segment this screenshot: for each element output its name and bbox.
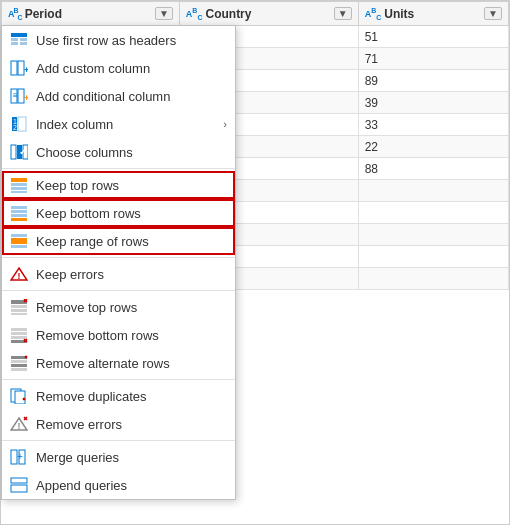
menu-item-keep-bottom-rows[interactable]: Keep bottom rows — [2, 199, 235, 227]
add-cond-col-icon: + ≡ — [10, 87, 28, 105]
main-container: ABC Period ▼ ABC Country ▼ — [0, 0, 510, 525]
svg-rect-28 — [11, 234, 27, 237]
period-dropdown-btn[interactable]: ▼ — [155, 7, 173, 20]
merge-queries-icon: + — [10, 448, 28, 466]
index-col-arrow: › — [223, 118, 227, 130]
svg-rect-62 — [11, 478, 27, 483]
keep-bottom-rows-label: Keep bottom rows — [36, 206, 141, 221]
svg-text:!: ! — [18, 271, 21, 281]
country-type-icon: ABC — [186, 7, 203, 21]
index-col-icon: 1 2 — [10, 115, 28, 133]
menu-item-keep-range-of-rows[interactable]: Keep range of rows — [2, 227, 235, 255]
svg-rect-4 — [20, 42, 27, 45]
svg-text:!: ! — [18, 421, 21, 431]
menu-item-add-conditional-column[interactable]: + ≡ Add conditional column — [2, 82, 235, 110]
svg-rect-24 — [11, 206, 27, 209]
divider-1 — [2, 168, 235, 169]
use-first-row-icon — [10, 31, 28, 49]
keep-top-rows-label: Keep top rows — [36, 178, 119, 193]
units-dropdown-btn[interactable]: ▼ — [484, 7, 502, 20]
divider-3 — [2, 290, 235, 291]
svg-rect-47 — [11, 364, 27, 367]
svg-rect-23 — [11, 191, 27, 193]
menu-item-use-first-row[interactable]: Use first row as headers — [2, 26, 235, 54]
svg-rect-1 — [11, 38, 18, 41]
remove-dup-label: Remove duplicates — [36, 389, 147, 404]
merge-queries-label: Merge queries — [36, 450, 119, 465]
remove-alt-rows-label: Remove alternate rows — [36, 356, 170, 371]
remove-top-rows-label: Remove top rows — [36, 300, 137, 315]
dropdown-menu: Use first row as headers + Add custom co… — [1, 25, 236, 500]
svg-text:+: + — [24, 93, 28, 103]
svg-rect-29 — [11, 238, 27, 244]
add-cond-col-label: Add conditional column — [36, 89, 170, 104]
keep-top-rows-icon — [10, 176, 28, 194]
svg-rect-30 — [11, 245, 27, 248]
menu-item-choose-columns[interactable]: ✓ Choose columns — [2, 138, 235, 166]
svg-rect-0 — [11, 33, 27, 37]
use-first-row-label: Use first row as headers — [36, 33, 176, 48]
svg-rect-20 — [11, 178, 27, 182]
menu-item-add-custom-column[interactable]: + Add custom column — [2, 54, 235, 82]
svg-text:✓: ✓ — [19, 147, 27, 157]
svg-rect-2 — [20, 38, 27, 41]
country-dropdown-btn[interactable]: ▼ — [334, 7, 352, 20]
svg-rect-40 — [11, 332, 27, 335]
col-header-units[interactable]: ABC Units ▼ — [358, 2, 508, 26]
choose-cols-label: Choose columns — [36, 145, 133, 160]
svg-rect-25 — [11, 210, 27, 213]
period-col-label: Period — [25, 7, 62, 21]
svg-rect-48 — [11, 368, 27, 371]
col-header-country[interactable]: ABC Country ▼ — [179, 2, 358, 26]
menu-item-remove-top-rows[interactable]: Remove top rows — [2, 293, 235, 321]
menu-item-keep-top-rows[interactable]: Keep top rows — [2, 171, 235, 199]
menu-item-append-queries[interactable]: Append queries — [2, 471, 235, 499]
country-col-label: Country — [205, 7, 251, 21]
index-col-label: Index column — [36, 117, 113, 132]
units-col-label: Units — [384, 7, 414, 21]
units-cell: 51 — [358, 26, 508, 48]
divider-4 — [2, 379, 235, 380]
svg-rect-3 — [11, 42, 18, 45]
svg-rect-26 — [11, 214, 27, 217]
svg-rect-34 — [11, 305, 27, 308]
menu-item-remove-errors[interactable]: ! Remove errors — [2, 410, 235, 438]
menu-item-index-column[interactable]: 1 2 Index column › — [2, 110, 235, 138]
menu-item-remove-bottom-rows[interactable]: Remove bottom rows — [2, 321, 235, 349]
append-queries-icon — [10, 476, 28, 494]
remove-alt-rows-icon — [10, 354, 28, 372]
units-type-icon: ABC — [365, 7, 382, 21]
svg-rect-35 — [11, 309, 27, 312]
keep-errors-label: Keep errors — [36, 267, 104, 282]
keep-errors-icon: ! — [10, 265, 28, 283]
add-custom-col-icon: + — [10, 59, 28, 77]
remove-top-rows-icon — [10, 298, 28, 316]
svg-rect-5 — [11, 61, 17, 75]
keep-range-rows-icon — [10, 232, 28, 250]
remove-bottom-rows-icon — [10, 326, 28, 344]
svg-rect-46 — [11, 360, 27, 363]
svg-text:≡: ≡ — [13, 91, 18, 100]
svg-rect-16 — [11, 145, 16, 159]
divider-5 — [2, 440, 235, 441]
svg-text:2: 2 — [13, 124, 17, 131]
svg-text:+: + — [17, 451, 23, 462]
svg-rect-21 — [11, 183, 27, 186]
choose-col-icon: ✓ — [10, 143, 28, 161]
svg-rect-13 — [18, 117, 26, 131]
menu-item-remove-alternate-rows[interactable]: Remove alternate rows — [2, 349, 235, 377]
svg-text:+: + — [24, 65, 28, 75]
period-type-icon: ABC — [8, 7, 22, 21]
svg-rect-36 — [11, 313, 27, 315]
menu-item-keep-errors[interactable]: ! Keep errors — [2, 260, 235, 288]
svg-rect-22 — [11, 187, 27, 190]
keep-range-rows-label: Keep range of rows — [36, 234, 149, 249]
remove-errors-label: Remove errors — [36, 417, 122, 432]
svg-rect-27 — [11, 218, 27, 221]
menu-item-remove-duplicates[interactable]: Remove duplicates — [2, 382, 235, 410]
keep-bottom-rows-icon — [10, 204, 28, 222]
remove-dup-icon — [10, 387, 28, 405]
add-custom-col-label: Add custom column — [36, 61, 150, 76]
menu-item-merge-queries[interactable]: + Merge queries — [2, 443, 235, 471]
col-header-period[interactable]: ABC Period ▼ — [2, 2, 180, 26]
